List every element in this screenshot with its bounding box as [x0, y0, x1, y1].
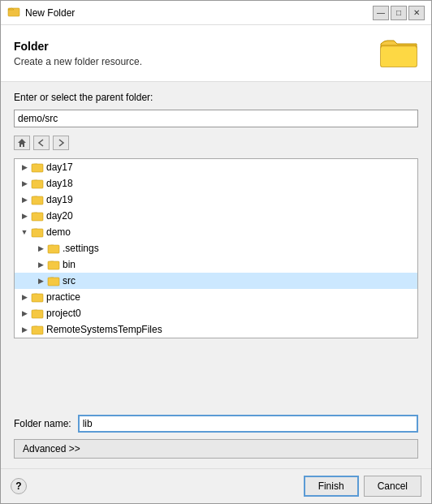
- tree-item-label: day20: [46, 210, 73, 222]
- folder-icon: [31, 178, 44, 189]
- svg-rect-13: [32, 326, 43, 334]
- dialog-content: Enter or select the parent folder: day17…: [1, 82, 431, 468]
- window-title: New Folder: [25, 7, 368, 19]
- svg-rect-10: [48, 278, 59, 286]
- tree-item[interactable]: demo: [15, 224, 417, 240]
- advanced-button[interactable]: Advanced >>: [14, 439, 418, 459]
- header-subtitle: Create a new folder resource.: [14, 56, 142, 67]
- tree-item-label: practice: [46, 291, 80, 303]
- tree-item-label: src: [63, 275, 76, 286]
- folder-icon: [31, 226, 44, 238]
- minimize-button[interactable]: —: [373, 6, 389, 20]
- svg-rect-7: [32, 229, 43, 237]
- forward-button[interactable]: [53, 136, 69, 150]
- maximize-button[interactable]: □: [391, 6, 407, 20]
- folder-tree[interactable]: day17day18day19day20demo.settingsbinsrcp…: [14, 158, 418, 338]
- back-button[interactable]: [33, 136, 50, 150]
- svg-rect-11: [32, 294, 43, 302]
- folder-name-row: Folder name:: [14, 415, 418, 433]
- folder-icon: [31, 194, 44, 205]
- close-button[interactable]: ✕: [408, 6, 425, 20]
- parent-folder-input[interactable]: [14, 110, 418, 127]
- tree-item-label: demo: [46, 226, 71, 238]
- tree-item[interactable]: RemoteSystemsTempFiles: [15, 321, 417, 338]
- parent-folder-label: Enter or select the parent folder:: [14, 92, 418, 103]
- tree-item[interactable]: day19: [15, 192, 417, 208]
- svg-rect-5: [32, 196, 43, 205]
- tree-item[interactable]: .settings: [15, 240, 417, 256]
- window-icon: [7, 5, 20, 20]
- home-button[interactable]: [14, 136, 30, 150]
- tree-item[interactable]: project0: [15, 305, 417, 321]
- tree-item[interactable]: bin: [15, 256, 417, 273]
- folder-icon: [47, 275, 60, 286]
- tree-item-label: .settings: [63, 243, 99, 254]
- new-folder-dialog: New Folder — □ ✕ Folder Create a new fol…: [0, 0, 432, 504]
- folder-name-input[interactable]: [78, 415, 418, 433]
- tree-item-label: bin: [63, 259, 76, 270]
- dialog-header: Folder Create a new folder resource.: [1, 25, 431, 82]
- title-bar: New Folder — □ ✕: [1, 1, 431, 25]
- tree-toolbar: [14, 134, 418, 152]
- tree-item[interactable]: src: [15, 273, 417, 289]
- cancel-button[interactable]: Cancel: [364, 476, 421, 497]
- bottom-bar: ? Finish Cancel: [1, 468, 431, 503]
- tree-item[interactable]: day17: [15, 159, 417, 175]
- svg-rect-9: [48, 261, 59, 269]
- folder-icon: [31, 210, 44, 222]
- finish-button[interactable]: Finish: [304, 476, 359, 497]
- svg-rect-8: [48, 245, 59, 253]
- tree-item[interactable]: day18: [15, 175, 417, 192]
- tree-item[interactable]: practice: [15, 289, 417, 305]
- folder-icon: [31, 308, 44, 319]
- folder-icon: [31, 324, 44, 335]
- svg-rect-12: [32, 310, 43, 318]
- tree-item-label: day17: [46, 162, 73, 173]
- tree-item-label: day19: [46, 194, 73, 205]
- folder-icon: [47, 243, 60, 254]
- svg-rect-6: [32, 213, 43, 221]
- svg-rect-2: [381, 47, 417, 67]
- folder-name-label: Folder name:: [14, 418, 71, 429]
- svg-rect-3: [32, 164, 43, 172]
- svg-rect-4: [32, 180, 43, 188]
- help-button[interactable]: ?: [11, 478, 27, 494]
- tree-item-label: RemoteSystemsTempFiles: [46, 324, 162, 335]
- folder-icon: [31, 291, 44, 303]
- folder-icon: [31, 162, 44, 173]
- header-folder-icon: [379, 37, 418, 70]
- tree-item[interactable]: day20: [15, 208, 417, 224]
- tree-item-label: day18: [46, 178, 73, 189]
- window-controls: — □ ✕: [373, 6, 425, 20]
- folder-icon: [47, 259, 60, 270]
- tree-item-label: project0: [46, 308, 81, 319]
- header-title: Folder: [14, 40, 142, 53]
